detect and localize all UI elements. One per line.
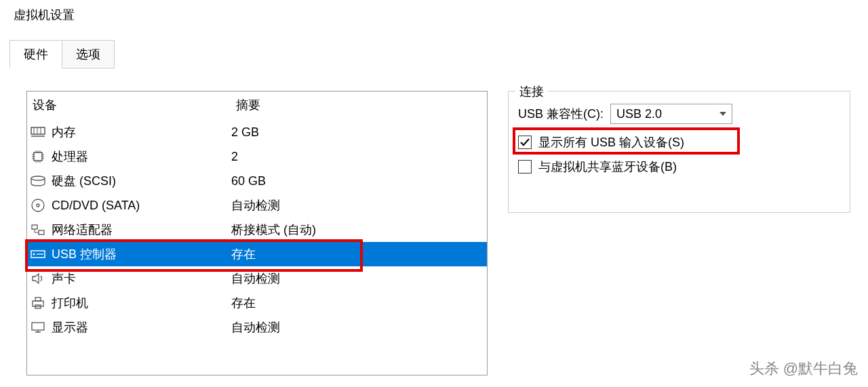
col-header-summary: 摘要 [236, 97, 481, 113]
display-icon [30, 319, 46, 335]
device-row-cpu[interactable]: 处理器 2 [27, 144, 487, 169]
usb-compat-value: USB 2.0 [616, 107, 662, 121]
tab-bar: 硬件 选项 [9, 40, 868, 68]
sound-icon [30, 270, 46, 287]
device-row-sound[interactable]: 声卡 自动检测 [27, 266, 487, 291]
svg-rect-29 [35, 298, 41, 301]
memory-icon [30, 124, 46, 140]
group-label: 连接 [515, 83, 548, 100]
device-row-printer[interactable]: 打印机 存在 [27, 291, 487, 315]
cpu-icon [30, 148, 46, 165]
device-summary: 桥接模式 (自动) [231, 222, 484, 238]
svg-point-19 [32, 199, 44, 211]
share-bluetooth-label: 与虚拟机共享蓝牙设备(B) [538, 159, 677, 175]
device-label: 硬盘 (SCSI) [52, 173, 231, 189]
tab-options[interactable]: 选项 [62, 40, 115, 68]
show-all-usb-checkbox[interactable] [518, 136, 532, 149]
device-summary: 自动检测 [231, 319, 484, 335]
watermark: 头杀 @默牛白兔 [749, 359, 858, 379]
svg-point-26 [33, 253, 35, 256]
svg-point-18 [31, 176, 45, 180]
disk-icon [30, 173, 46, 189]
device-list: 内存 2 GB 处理器 2 硬盘 (SCSI) 60 GB [27, 120, 487, 340]
show-all-usb-row[interactable]: 显示所有 USB 输入设备(S) [518, 134, 840, 150]
device-summary: 自动检测 [231, 270, 484, 287]
device-label: CD/DVD (SATA) [52, 199, 231, 213]
device-label: 声卡 [52, 270, 231, 287]
device-label: 打印机 [52, 295, 231, 311]
printer-icon [30, 295, 46, 311]
network-icon [30, 222, 46, 238]
svg-rect-28 [33, 301, 43, 306]
device-summary: 2 GB [231, 125, 484, 140]
device-summary: 2 [231, 150, 484, 164]
svg-rect-0 [31, 127, 45, 134]
device-summary: 60 GB [231, 174, 484, 188]
device-row-disk[interactable]: 硬盘 (SCSI) 60 GB [27, 169, 487, 193]
device-row-network[interactable]: 网络适配器 桥接模式 (自动) [27, 218, 487, 242]
window-title: 虚拟机设置 [0, 0, 868, 30]
tab-hardware[interactable]: 硬件 [9, 40, 62, 68]
device-panel: 设备 摘要 内存 2 GB 处理器 2 [26, 91, 488, 375]
usb-compat-select[interactable]: USB 2.0 [610, 104, 732, 124]
svg-rect-5 [34, 152, 42, 161]
usb-compat-row: USB 兼容性(C): USB 2.0 [518, 104, 840, 124]
usb-icon [30, 246, 46, 262]
device-label: 处理器 [52, 148, 231, 165]
svg-rect-21 [32, 225, 37, 229]
device-label: 网络适配器 [52, 222, 231, 238]
svg-point-20 [37, 204, 39, 207]
device-row-cd[interactable]: CD/DVD (SATA) 自动检测 [27, 193, 487, 218]
device-row-memory[interactable]: 内存 2 GB [27, 120, 487, 144]
device-label: 内存 [52, 124, 231, 140]
share-bluetooth-row[interactable]: 与虚拟机共享蓝牙设备(B) [518, 159, 840, 175]
device-label: 显示器 [52, 319, 231, 335]
svg-rect-31 [32, 323, 44, 330]
device-label: USB 控制器 [52, 246, 231, 262]
device-row-usb[interactable]: USB 控制器 存在 [27, 242, 487, 266]
content-area: 设备 摘要 内存 2 GB 处理器 2 [9, 76, 859, 387]
show-all-usb-label: 显示所有 USB 输入设备(S) [538, 134, 684, 150]
device-summary: 存在 [231, 246, 484, 262]
connection-group: 连接 USB 兼容性(C): USB 2.0 显示所有 USB 输入设备(S) … [508, 91, 850, 213]
device-summary: 自动检测 [231, 197, 484, 213]
chevron-down-icon [719, 112, 726, 116]
usb-compat-label: USB 兼容性(C): [518, 106, 604, 122]
device-header: 设备 摘要 [27, 91, 487, 120]
device-row-display[interactable]: 显示器 自动检测 [27, 315, 487, 340]
share-bluetooth-checkbox[interactable] [518, 160, 532, 174]
col-header-device: 设备 [33, 97, 236, 113]
svg-rect-22 [39, 230, 44, 235]
device-summary: 存在 [231, 295, 484, 311]
cd-icon [30, 197, 46, 213]
